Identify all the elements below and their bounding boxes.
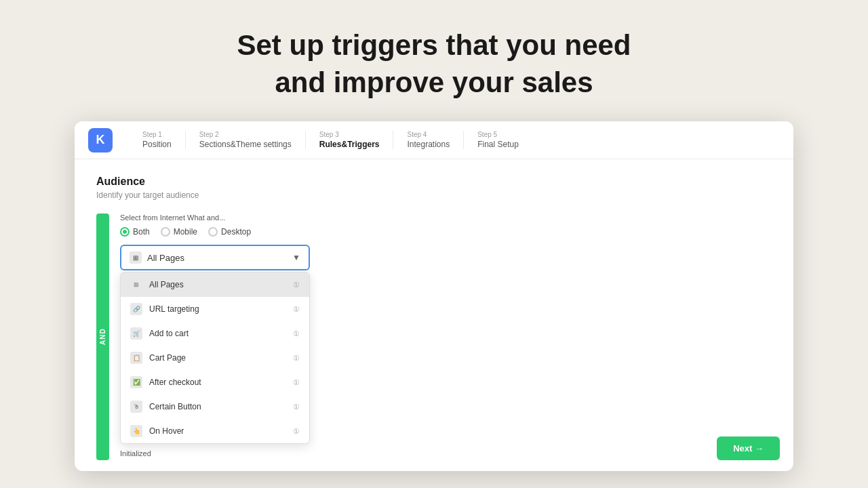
radio-mobile[interactable]: Mobile [161, 227, 197, 237]
radio-desktop-circle [208, 227, 218, 237]
dropdown-item-after-checkout[interactable]: ✅ After checkout ① [121, 370, 309, 394]
dropdown-item-on-hover[interactable]: 👆 On Hover ① [121, 419, 309, 443]
radio-group: Both Mobile Desktop [120, 227, 772, 237]
url-targeting-icon: 🔗 [130, 303, 142, 315]
step-2: Step 2 Sections&Theme settings [186, 131, 306, 149]
on-hover-icon: 👆 [130, 425, 142, 437]
radio-mobile-circle [161, 227, 170, 237]
dropdown-item-url-targeting[interactable]: 🔗 URL targeting ① [121, 297, 309, 321]
audience-row: AND Select from Internet What and... Bot… [96, 214, 772, 460]
next-button[interactable]: Next → [717, 436, 780, 460]
dropdown-trigger-inner: ⊞ All Pages [130, 251, 184, 264]
radio-desktop[interactable]: Desktop [208, 227, 251, 237]
cart-page-icon: 📋 [130, 352, 142, 364]
page-header: Set up triggers that you need and improv… [223, 0, 644, 121]
and-badge: AND [96, 214, 109, 460]
audience-subtitle: Identify your target audience [96, 190, 772, 200]
main-panel: Audience Identify your target audience A… [75, 159, 793, 471]
all-pages-icon: ⊞ [130, 279, 142, 291]
after-checkout-icon: ✅ [130, 376, 142, 388]
audience-title: Audience [96, 176, 772, 188]
step-5: Step 5 Final Setup [464, 131, 532, 149]
radio-both[interactable]: Both [120, 227, 150, 237]
step-3: Step 3 Rules&Triggers [306, 131, 394, 149]
chevron-down-icon: ▼ [292, 253, 300, 262]
step-4: Step 4 Integrations [393, 131, 464, 149]
dropdown-item-all-pages[interactable]: ⊞ All Pages ① [121, 272, 309, 297]
page-title: Set up triggers that you need and improv… [237, 27, 631, 101]
dropdown-item-add-to-cart[interactable]: 🛒 Add to cart ① [121, 321, 309, 346]
row1-label: Select from Internet What and... [120, 214, 772, 222]
dropdown-wrapper: ⊞ All Pages ▼ ⊞ All Pages ① [120, 245, 772, 444]
certain-button-icon: 🖱 [130, 401, 142, 413]
logo: K [88, 128, 113, 152]
steps: Step 1 Position Step 2 Sections&Theme se… [129, 131, 780, 149]
add-to-cart-icon: 🛒 [130, 327, 142, 340]
step-1: Step 1 Position [129, 131, 186, 149]
logo-letter: K [96, 133, 105, 147]
audience-block: Select from Internet What and... Both Mo… [120, 214, 772, 460]
top-bar: K Step 1 Position Step 2 Sections&Theme … [75, 121, 793, 159]
radio-both-circle [120, 227, 130, 237]
row2-label: Initialized [120, 444, 772, 460]
dropdown-item-certain-button[interactable]: 🖱 Certain Button ① [121, 394, 309, 419]
pages-dropdown[interactable]: ⊞ All Pages ▼ [120, 245, 310, 270]
content-area: Audience Identify your target audience A… [75, 159, 793, 471]
pages-icon: ⊞ [130, 251, 142, 264]
dropdown-menu: ⊞ All Pages ① 🔗 URL targeting ① 🛒 [120, 272, 310, 444]
app-window: K Step 1 Position Step 2 Sections&Theme … [75, 121, 793, 471]
dropdown-item-cart-page[interactable]: 📋 Cart Page ① [121, 346, 309, 370]
